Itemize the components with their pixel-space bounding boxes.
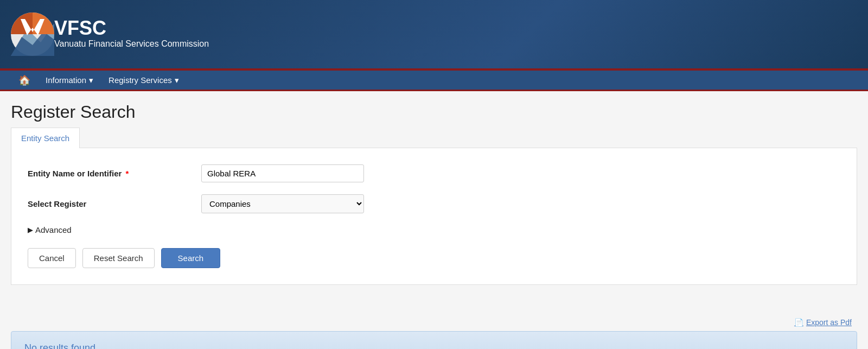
required-marker: * <box>126 169 129 178</box>
nav-information[interactable]: Information ▾ <box>38 70 101 91</box>
nav-registry-services-label: Registry Services <box>108 75 172 85</box>
select-register-dropdown[interactable]: Companies Partnerships Trusts Foundation… <box>201 194 364 213</box>
entity-name-input[interactable] <box>201 164 364 182</box>
search-button[interactable]: Search <box>161 248 221 268</box>
pdf-icon: 📄 <box>794 318 803 327</box>
cancel-button[interactable]: Cancel <box>28 248 76 268</box>
nav-home-button[interactable]: 🏠 <box>11 70 38 91</box>
select-register-row: Select Register Companies Partnerships T… <box>28 194 840 213</box>
no-results-box: No results found <box>11 331 857 349</box>
export-pdf-label: Export as Pdf <box>806 318 852 327</box>
main-content: Register Search Entity Search Entity Nam… <box>0 91 868 308</box>
org-abbr: VFSC <box>54 18 209 38</box>
advanced-toggle[interactable]: ▶ Advanced <box>28 225 840 234</box>
tabs: Entity Search <box>11 128 857 148</box>
nav-registry-services[interactable]: Registry Services ▾ <box>101 70 187 91</box>
button-row: Cancel Reset Search Search <box>28 248 840 268</box>
page-title: Register Search <box>11 102 857 122</box>
entity-name-row: Entity Name or Identifier * <box>28 164 840 182</box>
results-area: 📄 Export as Pdf No results found <box>0 308 868 349</box>
form-panel: Entity Name or Identifier * Select Regis… <box>11 148 857 285</box>
no-results-text: No results found <box>24 342 95 349</box>
page-header: VFSC Vanuatu Financial Services Commissi… <box>0 0 868 71</box>
nav-information-dropdown-icon: ▾ <box>89 75 93 85</box>
export-pdf-link[interactable]: 📄 Export as Pdf <box>794 318 852 327</box>
nav-information-label: Information <box>46 75 86 85</box>
nav-registry-services-dropdown-icon: ▾ <box>175 75 179 85</box>
advanced-label[interactable]: Advanced <box>35 225 72 234</box>
export-row: 📄 Export as Pdf <box>11 314 857 331</box>
vfsc-logo <box>11 12 54 56</box>
advanced-arrow-icon: ▶ <box>28 226 33 234</box>
reset-search-button[interactable]: Reset Search <box>82 248 155 268</box>
tab-entity-search-label: Entity Search <box>21 134 69 143</box>
org-full: Vanuatu Financial Services Commission <box>54 38 209 50</box>
logo-area: VFSC Vanuatu Financial Services Commissi… <box>11 12 209 56</box>
tab-entity-search[interactable]: Entity Search <box>11 128 80 148</box>
select-register-label: Select Register <box>28 199 201 208</box>
nav-bar: 🏠 Information ▾ Registry Services ▾ <box>0 71 868 91</box>
entity-name-label: Entity Name or Identifier * <box>28 169 201 178</box>
org-name: VFSC Vanuatu Financial Services Commissi… <box>54 18 209 50</box>
